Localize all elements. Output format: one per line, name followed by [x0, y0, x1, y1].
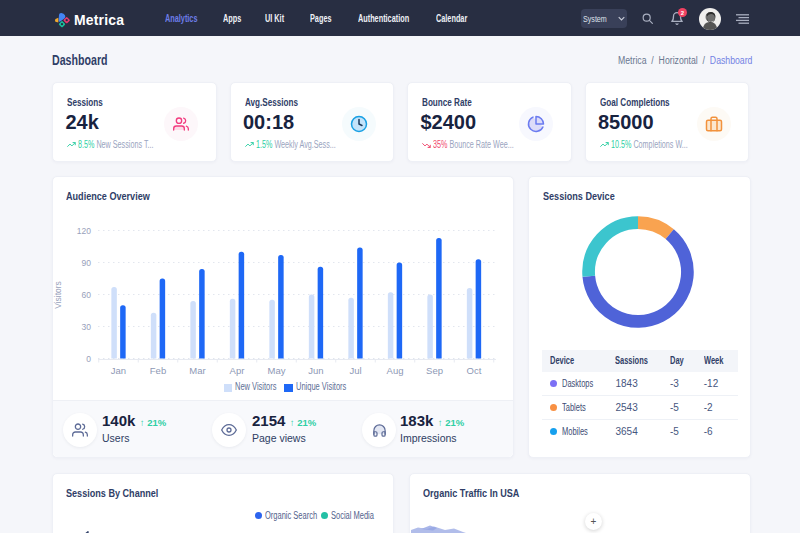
svg-text:Jul: Jul — [349, 364, 361, 375]
svg-text:Oct: Oct — [467, 364, 482, 375]
svg-text:Mar: Mar — [189, 364, 205, 375]
svg-text:120: 120 — [77, 225, 91, 235]
svg-text:0: 0 — [86, 353, 91, 363]
svg-text:Jun: Jun — [308, 364, 323, 375]
svg-text:90: 90 — [82, 257, 92, 267]
svg-text:Apr: Apr — [230, 364, 245, 375]
svg-text:Feb: Feb — [150, 364, 166, 375]
svg-text:60: 60 — [82, 289, 92, 299]
svg-text:May: May — [268, 364, 286, 375]
svg-text:Visitors: Visitors — [53, 281, 63, 309]
svg-text:Aug: Aug — [387, 364, 404, 375]
svg-text:30: 30 — [82, 321, 92, 331]
svg-text:Jan: Jan — [111, 364, 126, 375]
svg-text:Sep: Sep — [426, 364, 443, 375]
